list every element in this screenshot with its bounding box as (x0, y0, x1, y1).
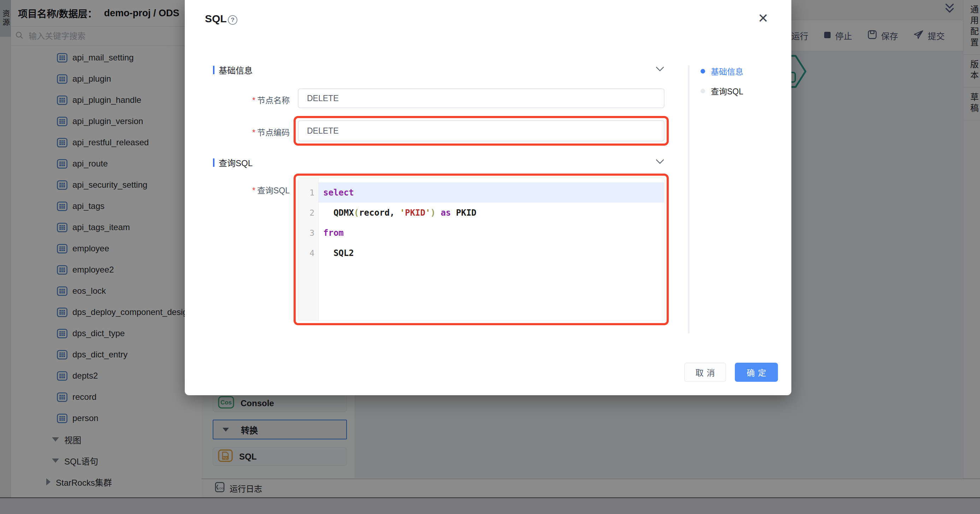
cancel-button[interactable]: 取消 (684, 363, 726, 382)
line-number: 3 (298, 223, 319, 243)
anchor-dot (700, 89, 705, 93)
required-mark: * (252, 128, 255, 137)
code-line[interactable]: 3from (298, 223, 664, 243)
required-mark: * (252, 96, 255, 105)
line-number: 2 (298, 203, 319, 223)
section-basic-info-label: 基础信息 (219, 64, 253, 76)
node-code-input[interactable] (298, 120, 665, 141)
line-content: SQL2 (319, 243, 664, 263)
anchor-dot (700, 69, 705, 73)
close-icon[interactable]: ✕ (758, 12, 768, 25)
code-lines: 1select2 QDMX(record, 'PKID') as PKID3fr… (298, 182, 664, 263)
section-basic-info: 基础信息 (213, 64, 253, 76)
section-query-sql-label: 查询SQL (219, 156, 253, 169)
sql-node-dialog: SQL ? ✕ 基础信息 *节点名称 *节点编码 查询SQL *查询SQL (185, 0, 791, 395)
line-content: QDMX(record, 'PKID') as PKID (319, 203, 664, 223)
node-name-label: *节点名称 (198, 94, 290, 106)
ok-button[interactable]: 确定 (735, 363, 778, 382)
app-root: 运行 停止 保存 提交 Cos Console 转换 (0, 0, 980, 514)
collapse-section-query-icon[interactable] (655, 158, 665, 167)
line-content: from (319, 223, 664, 243)
collapse-section-basic-icon[interactable] (655, 65, 665, 74)
dialog-title: SQL (205, 13, 227, 25)
section-query-sql: 查询SQL (213, 156, 253, 169)
section-accent-bar (213, 66, 215, 74)
node-code-label: *节点编码 (198, 126, 290, 138)
code-line[interactable]: 4 SQL2 (298, 243, 664, 263)
anchor-query-sql[interactable]: 查询SQL (700, 85, 743, 97)
node-name-input[interactable] (298, 88, 665, 108)
section-accent-bar (213, 158, 215, 167)
code-line[interactable]: 1select (298, 182, 664, 203)
sql-code-editor[interactable]: 1select2 QDMX(record, 'PKID') as PKID3fr… (298, 178, 665, 321)
anchor-basic-info[interactable]: 基础信息 (700, 65, 743, 77)
line-content: select (319, 182, 664, 203)
line-number: 1 (298, 182, 319, 203)
required-mark: * (252, 186, 255, 195)
code-line[interactable]: 2 QDMX(record, 'PKID') as PKID (298, 203, 664, 223)
anchor-rail (688, 65, 690, 334)
query-sql-label: *查询SQL (198, 184, 290, 196)
line-number: 4 (298, 243, 319, 263)
help-icon[interactable]: ? (228, 15, 237, 25)
